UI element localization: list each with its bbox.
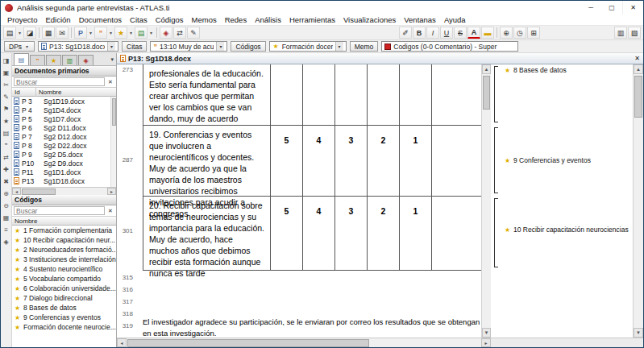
rating-cell[interactable]	[367, 64, 399, 125]
margin-scrollbar[interactable]: ▲ ▼	[633, 64, 643, 338]
margin-code-label[interactable]: ★ 9 Conferencias y eventos	[504, 156, 591, 164]
menu-analisis[interactable]: Análisis	[251, 15, 285, 24]
code-row[interactable]: ★8 Bases de datos	[12, 303, 116, 313]
bold-button[interactable]: B	[413, 27, 426, 39]
scrollbar-thumb[interactable]	[127, 339, 369, 347]
documents-hscrollbar[interactable]: ◂ ▸	[12, 187, 116, 195]
add-icon[interactable]: ✚	[2, 164, 11, 174]
codes-caret-icon[interactable]: ▾	[128, 30, 134, 35]
rating-cell[interactable]: 3	[334, 126, 367, 196]
windows-layout-icon[interactable]: ▧	[628, 27, 641, 39]
codes-manager-icon[interactable]: ★	[114, 27, 127, 39]
menu-redes[interactable]: Redes	[221, 15, 251, 24]
document-row[interactable]: P11Sg1D1.docx	[12, 168, 116, 176]
scroll-left-icon[interactable]: ◂	[117, 338, 127, 347]
pdocs-caret-icon[interactable]: ▾	[88, 30, 93, 35]
chevron-down-icon[interactable]: ▾	[110, 56, 114, 63]
rating-cell[interactable]	[302, 64, 334, 125]
quotation-bracket[interactable]	[494, 127, 498, 193]
code-icon[interactable]: ★	[2, 116, 11, 126]
scroll-right-icon[interactable]: ▸	[107, 188, 116, 195]
underline-button[interactable]: U	[440, 27, 453, 39]
scroll-up-icon[interactable]: ▲	[634, 64, 643, 74]
link-icon[interactable]: ⇄	[2, 152, 11, 162]
document-row[interactable]: P 4Sg1D4.docx	[12, 106, 116, 114]
document-row[interactable]: P 5Sg1D7.docx	[12, 114, 116, 123]
memo-button[interactable]: Memo	[350, 41, 379, 52]
scrollbar-track[interactable]: ◂ ▸	[117, 338, 491, 347]
menu-proyecto[interactable]: Proyecto	[3, 15, 42, 24]
quotation-bracket[interactable]	[494, 66, 498, 122]
menu-memos[interactable]: Memos	[188, 15, 221, 24]
code-row[interactable]: ★5 Vocabulario compartido	[12, 274, 116, 284]
dps-combo[interactable]: P13: Sg1D18.docx ▾	[38, 41, 118, 52]
scrollbar-thumb[interactable]	[112, 98, 116, 126]
document-scrollbar[interactable]: ▲ ▼	[481, 64, 491, 338]
document-content[interactable]: profesionales de la educación. Esto serí…	[136, 64, 481, 338]
rating-cell[interactable]: 1	[399, 197, 431, 270]
scrollbar-thumb[interactable]	[22, 188, 56, 195]
codes-search-input[interactable]	[14, 206, 105, 215]
column-name[interactable]: Nombre	[36, 89, 116, 96]
zoom-out-icon[interactable]: ⊖	[2, 201, 11, 210]
rating-cell[interactable]	[334, 64, 367, 125]
chevron-down-icon[interactable]: ▾	[216, 42, 224, 51]
highlight-button[interactable]: ▬	[481, 27, 494, 39]
rating-cell[interactable]: 5	[270, 126, 302, 196]
code-row[interactable]: ★1 Formación complementaria	[12, 226, 116, 235]
quotation-bracket[interactable]	[494, 198, 498, 267]
italic-button[interactable]: I	[426, 27, 439, 39]
open-project-caret-icon[interactable]: ▾	[17, 30, 23, 35]
table-icon[interactable]: ⊞	[527, 27, 540, 39]
menu-herramientas[interactable]: Herramientas	[285, 15, 339, 24]
clock-icon[interactable]: ◷	[513, 27, 526, 39]
rating-cell[interactable]	[399, 64, 431, 125]
codigos-button[interactable]: Códigos	[231, 41, 265, 52]
scroll-up-icon[interactable]: ▲	[482, 64, 491, 74]
document-row[interactable]: P 6Sg2 D11.docx	[12, 123, 116, 132]
tab-quotations[interactable]: ”	[30, 55, 45, 65]
scissors-icon[interactable]: ✂	[2, 80, 11, 89]
document-row[interactable]: P10Sg2 D9.docx	[12, 159, 116, 168]
document-row[interactable]: P 9Sg2 D5.docx	[12, 150, 116, 159]
rating-cell[interactable]: 5	[270, 197, 302, 270]
scroll-left-icon[interactable]: ◂	[12, 188, 21, 195]
network-icon[interactable]: ◈	[2, 237, 11, 246]
networks-icon[interactable]: ◈	[160, 27, 172, 39]
column-id[interactable]: Id	[12, 88, 36, 97]
list-icon[interactable]: ≡	[2, 225, 11, 234]
close-icon[interactable]: ✕	[634, 55, 640, 62]
column-name[interactable]: Nombre	[12, 218, 116, 225]
maximize-button[interactable]: ▢	[601, 1, 622, 14]
code-row[interactable]: ★7 Dialogo bidireccional	[12, 293, 116, 303]
scroll-down-icon[interactable]: ▼	[634, 328, 643, 338]
dps-button[interactable]: DPs ▾	[4, 41, 35, 52]
memo-icon[interactable]: ▤	[2, 128, 11, 138]
clipboard-icon[interactable]: ▣	[2, 68, 11, 77]
rating-cell[interactable]: 2	[367, 197, 399, 270]
quote-icon[interactable]: ”	[2, 140, 11, 150]
code-row[interactable]: ★9 Conferencias y eventos	[12, 313, 116, 322]
memos-caret-icon[interactable]: ▾	[148, 30, 154, 35]
memos-manager-icon[interactable]: ▤	[135, 27, 147, 39]
menu-edicion[interactable]: Edición	[42, 15, 75, 24]
pen-icon[interactable]: ✐	[399, 27, 412, 39]
menu-documentos[interactable]: Documentos	[75, 15, 126, 24]
grid-icon[interactable]: ▦	[2, 213, 11, 222]
scroll-down-icon[interactable]: ▼	[482, 328, 491, 338]
quotes-manager-icon[interactable]: ”	[94, 27, 107, 39]
citas-combo[interactable]: ” 13:10 Muy de acu ▾	[150, 41, 227, 52]
print-icon[interactable]: ▦	[42, 27, 55, 39]
delete-icon[interactable]: ✖	[2, 176, 11, 186]
documents-search-input[interactable]	[14, 77, 105, 86]
comment-status-box[interactable]: Codigos (0-0 Comentario) - Super	[381, 41, 518, 52]
comment-edit-icon[interactable]: ✎	[187, 27, 200, 39]
citas-button[interactable]: Citas	[122, 41, 147, 52]
pdocs-manager-icon[interactable]: P	[74, 27, 87, 39]
document-row[interactable]: P 8Sg2 D22.docx	[12, 141, 116, 150]
scrollbar-thumb[interactable]	[483, 76, 490, 110]
close-button[interactable]: ✕	[622, 1, 643, 14]
scrollbar-thumb[interactable]	[634, 76, 642, 118]
tab-codes[interactable]: ★	[46, 55, 61, 65]
rating-cell[interactable]: 1	[399, 126, 431, 196]
